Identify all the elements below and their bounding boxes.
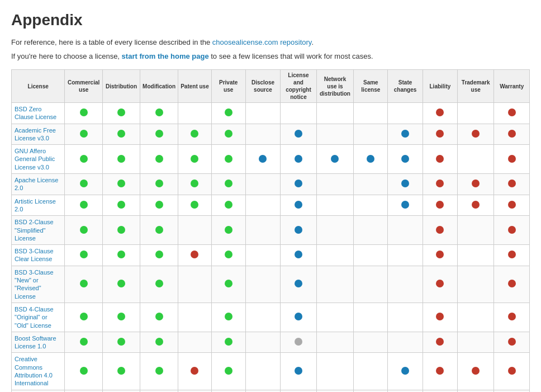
green-dot xyxy=(155,155,163,163)
cell-modification xyxy=(140,390,178,392)
col-header-patent: Patent use xyxy=(178,70,212,103)
green-dot xyxy=(191,201,198,209)
cell-liability xyxy=(423,174,457,195)
cell-distribution xyxy=(102,353,140,390)
cell-disclose_source xyxy=(245,124,281,145)
green-dot xyxy=(225,180,232,187)
cell-license_copyright xyxy=(281,353,316,390)
cell-warranty xyxy=(494,174,530,195)
green-dot xyxy=(155,280,163,287)
license-name-cell: Creative Commons Attribution Share Alike… xyxy=(12,390,65,392)
cell-state_changes xyxy=(388,245,423,266)
license-link[interactable]: Apache License 2.0 xyxy=(15,177,58,191)
license-link[interactable]: Boost Software License 1.0 xyxy=(15,335,56,350)
license-name-cell: Apache License 2.0 xyxy=(12,174,65,195)
cell-distribution xyxy=(102,145,140,174)
cell-private_use xyxy=(211,390,245,392)
license-link[interactable]: BSD 3-Clause "New" or "Revised" License xyxy=(15,269,54,300)
table-row: BSD 2-Clause "Simplified" License xyxy=(12,216,530,245)
cell-network_distribution xyxy=(316,353,354,390)
table-row: Creative Commons Attribution 4.0 Interna… xyxy=(12,353,530,390)
green-dot xyxy=(117,155,125,163)
red-dot xyxy=(436,201,444,209)
green-dot xyxy=(225,108,232,116)
page-title: Appendix xyxy=(11,11,530,29)
cell-distribution xyxy=(102,103,140,124)
cell-warranty xyxy=(494,195,530,216)
license-link[interactable]: Creative Commons Attribution 4.0 Interna… xyxy=(15,356,53,386)
cell-liability xyxy=(423,195,457,216)
cell-license_copyright xyxy=(281,174,316,195)
green-dot xyxy=(155,201,163,209)
cell-private_use xyxy=(211,174,245,195)
cell-same_license xyxy=(354,390,388,392)
blue-dot xyxy=(295,280,302,287)
cell-patent_use xyxy=(178,353,212,390)
table-row: BSD Zero Clause License xyxy=(12,103,530,124)
cell-private_use xyxy=(211,353,245,390)
cell-trademark_use xyxy=(457,332,494,353)
cell-warranty xyxy=(494,103,530,124)
green-dot xyxy=(155,313,163,320)
red-dot xyxy=(508,313,516,320)
col-header-disclose: Disclose source xyxy=(245,70,281,103)
red-dot xyxy=(508,226,516,234)
green-dot xyxy=(191,180,198,187)
license-link[interactable]: BSD 2-Clause "Simplified" License xyxy=(15,219,54,242)
red-dot xyxy=(472,130,480,138)
cell-patent_use xyxy=(178,145,212,174)
license-table: License Commercial use Distribution Modi… xyxy=(11,69,530,392)
green-dot xyxy=(117,338,125,346)
cell-same_license xyxy=(354,195,388,216)
blue-dot xyxy=(259,155,267,163)
cell-same_license xyxy=(354,332,388,353)
col-header-trademark: Trademark use xyxy=(457,70,494,103)
license-link[interactable]: GNU Affero General Public License v3.0 xyxy=(15,148,55,171)
green-dot xyxy=(80,108,88,116)
red-dot xyxy=(436,251,444,258)
cell-liability xyxy=(423,245,457,266)
gray-dot xyxy=(295,338,302,346)
col-header-license-copyright: License and copyright notice xyxy=(281,70,316,103)
cell-trademark_use xyxy=(457,266,494,303)
home-page-link[interactable]: start from the home page xyxy=(122,52,209,60)
cell-liability xyxy=(423,303,457,332)
green-dot xyxy=(155,367,163,375)
intro-paragraph-2: If you're here to choose a license, star… xyxy=(11,52,530,60)
green-dot xyxy=(155,338,163,346)
blue-dot xyxy=(401,367,409,375)
cell-state_changes xyxy=(388,216,423,245)
col-header-state: State changes xyxy=(388,70,423,103)
license-link[interactable]: BSD 4-Clause "Original" or "Old" License xyxy=(15,306,54,329)
cell-liability xyxy=(423,124,457,145)
cell-network_distribution xyxy=(316,174,354,195)
cell-license_copyright xyxy=(281,195,316,216)
green-dot xyxy=(80,155,88,163)
cell-modification xyxy=(140,266,178,303)
cell-private_use xyxy=(211,245,245,266)
cell-same_license xyxy=(354,145,388,174)
green-dot xyxy=(225,226,232,234)
cell-trademark_use xyxy=(457,103,494,124)
cell-commercial_use xyxy=(65,124,102,145)
table-row: GNU Affero General Public License v3.0 xyxy=(12,145,530,174)
cell-modification xyxy=(140,145,178,174)
cell-warranty xyxy=(494,390,530,392)
cell-trademark_use xyxy=(457,174,494,195)
cell-disclose_source xyxy=(245,332,281,353)
license-name-cell: BSD Zero Clause License xyxy=(12,103,65,124)
choosealicense-link[interactable]: choosealicense.com repository xyxy=(212,38,312,46)
cell-modification xyxy=(140,103,178,124)
cell-modification xyxy=(140,174,178,195)
license-link[interactable]: Academic Free License v3.0 xyxy=(15,127,56,141)
license-link[interactable]: Artistic License 2.0 xyxy=(15,198,56,212)
cell-state_changes xyxy=(388,145,423,174)
col-header-warranty: Warranty xyxy=(494,70,530,103)
red-dot xyxy=(472,201,480,209)
green-dot xyxy=(225,313,232,320)
cell-same_license xyxy=(354,353,388,390)
cell-commercial_use xyxy=(65,174,102,195)
col-header-liability: Liability xyxy=(423,70,457,103)
license-link[interactable]: BSD 3-Clause Clear License xyxy=(15,248,54,262)
license-link[interactable]: BSD Zero Clause License xyxy=(15,106,56,120)
